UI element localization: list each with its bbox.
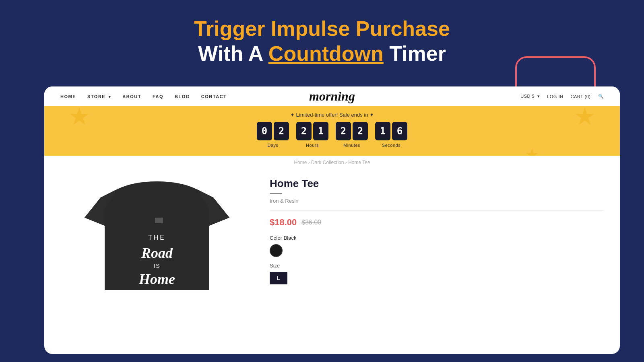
- svg-text:THE: THE: [148, 234, 166, 241]
- timer-minutes: 2 2 Minutes: [336, 122, 368, 148]
- breadcrumb-collection[interactable]: Dark Collection: [311, 160, 344, 165]
- product-brand: Iron & Resin: [270, 198, 604, 204]
- days-digits: 0 2: [257, 122, 289, 140]
- price-sale: $18.00: [270, 217, 297, 228]
- store-dropdown-arrow: ▾: [109, 95, 111, 99]
- nav-item-faq[interactable]: FAQ: [153, 94, 163, 99]
- svg-text:IS: IS: [153, 263, 160, 269]
- hours-label: Hours: [306, 143, 319, 148]
- color-label: Color Black: [270, 235, 604, 241]
- headline-line1: Trigger Impulse Purchase: [194, 17, 450, 40]
- timer-days: 0 2 Days: [257, 122, 289, 148]
- seconds-digits: 1 6: [375, 122, 407, 140]
- breadcrumb-sep1: ›: [308, 160, 311, 165]
- title-underline: [270, 193, 282, 194]
- days-digit-1: 2: [274, 122, 289, 140]
- breadcrumb-home[interactable]: Home: [294, 160, 307, 165]
- hours-digit-1: 1: [313, 122, 328, 140]
- nav-left: HOME STORE ▾ ABOUT FAQ BLOG CONTACT: [60, 94, 227, 99]
- seconds-digit-0: 1: [375, 122, 390, 140]
- product-image-container: THE Road IS Home: [60, 173, 254, 302]
- headline-countdown: Countdown: [268, 42, 384, 65]
- hours-digits: 2 1: [296, 122, 328, 140]
- seconds-digit-1: 6: [392, 122, 407, 140]
- svg-text:Home: Home: [138, 271, 175, 287]
- timer-hours: 2 1 Hours: [296, 122, 328, 148]
- search-icon[interactable]: 🔍: [598, 94, 604, 99]
- currency-dropdown-arrow: ▾: [537, 94, 540, 99]
- svg-text:Road: Road: [141, 245, 173, 261]
- price-area: $18.00 $36.00: [270, 217, 604, 228]
- breadcrumb: Home › Dark Collection › Home Tee: [44, 156, 620, 169]
- timer-seconds: 1 6 Seconds: [375, 122, 407, 148]
- nav-cart[interactable]: CART (0): [570, 94, 590, 99]
- divider-line: [270, 210, 604, 211]
- minutes-digits: 2 2: [336, 122, 368, 140]
- currency-selector[interactable]: USD $ ▾: [520, 94, 540, 99]
- offer-text: ✦ Limited-time offer! Sale ends in ✦: [52, 112, 612, 118]
- product-details: Home Tee Iron & Resin $18.00 $36.00 Colo…: [270, 173, 604, 302]
- nav-item-blog[interactable]: BLOG: [175, 94, 190, 99]
- product-area: THE Road IS Home Home Tee Iron & Resin $…: [44, 169, 620, 310]
- nav-item-contact[interactable]: CONTACT: [201, 94, 227, 99]
- nav-item-home[interactable]: HOME: [60, 94, 76, 99]
- nav-item-store[interactable]: STORE ▾: [87, 94, 111, 99]
- color-swatch-black[interactable]: [270, 244, 283, 257]
- navigation: HOME STORE ▾ ABOUT FAQ BLOG CONTACT morn…: [44, 86, 620, 106]
- size-label: Size: [270, 263, 604, 269]
- nav-login[interactable]: LOG IN: [547, 94, 563, 99]
- headline-line2-end: Timer: [384, 42, 446, 65]
- nav-right: USD $ ▾ LOG IN CART (0) 🔍: [520, 94, 604, 99]
- price-original: $36.00: [301, 219, 321, 226]
- minutes-label: Minutes: [343, 143, 360, 148]
- product-title: Home Tee: [270, 177, 604, 190]
- headline-line2-white: With A: [198, 42, 268, 65]
- breadcrumb-current: Home Tee: [348, 160, 370, 165]
- size-section: Size L: [270, 263, 604, 284]
- nav-item-about[interactable]: ABOUT: [122, 94, 141, 99]
- days-label: Days: [267, 143, 278, 148]
- days-digit-0: 0: [257, 122, 272, 140]
- minutes-digit-1: 2: [353, 122, 368, 140]
- color-value: Black: [284, 235, 297, 241]
- product-image: THE Road IS Home: [64, 173, 250, 302]
- site-logo[interactable]: morning: [309, 89, 355, 104]
- hours-digit-0: 2: [296, 122, 312, 140]
- minutes-digit-0: 2: [336, 122, 351, 140]
- color-section: Color Black: [270, 235, 604, 257]
- seconds-label: Seconds: [382, 143, 400, 148]
- svg-rect-4: [155, 218, 163, 223]
- timer-container: 0 2 Days 2 1 Hours 2 2 Minutes: [52, 122, 612, 148]
- main-card: HOME STORE ▾ ABOUT FAQ BLOG CONTACT morn…: [44, 86, 620, 354]
- size-button-l[interactable]: L: [270, 272, 287, 284]
- countdown-banner: ★ ★ ★ ✦ Limited-time offer! Sale ends in…: [44, 106, 620, 156]
